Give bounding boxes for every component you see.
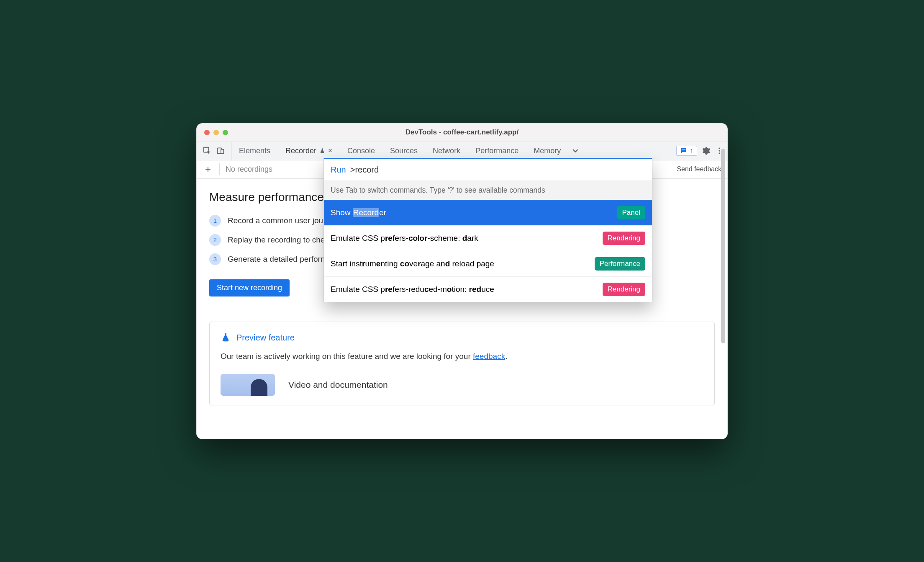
svg-rect-3	[682, 150, 685, 150]
feedback-link[interactable]: feedback	[473, 352, 505, 361]
command-item-3[interactable]: Emulate CSS prefers-reduced-motion: redu…	[324, 276, 652, 302]
preview-text-suffix: .	[505, 352, 507, 361]
tab-label: Network	[433, 147, 460, 155]
recordings-dropdown[interactable]: No recordings	[226, 165, 272, 174]
devtools-window: DevTools - coffee-cart.netlify.app/ Elem…	[196, 123, 728, 439]
tab-sources[interactable]: Sources	[382, 142, 425, 160]
tab-label: Performance	[475, 147, 518, 155]
tab-recorder[interactable]: Recorder×	[278, 142, 340, 160]
send-feedback-link[interactable]: Send feedback	[677, 165, 721, 173]
tab-label: Memory	[534, 147, 561, 155]
command-item-badge: Performance	[595, 257, 645, 271]
beaker-icon	[319, 147, 325, 154]
preview-feature-box: Preview feature Our team is actively wor…	[209, 322, 715, 406]
svg-point-6	[719, 152, 720, 154]
command-item-label: Start instrumenting coverage and reload …	[331, 259, 494, 268]
preview-title: Preview feature	[236, 331, 295, 344]
command-item-label: Emulate CSS prefers-color-scheme: dark	[331, 234, 478, 243]
tab-console[interactable]: Console	[340, 142, 382, 160]
tab-label: Recorder	[285, 147, 316, 155]
flask-icon	[221, 332, 231, 343]
command-item-2[interactable]: Start instrumenting coverage and reload …	[324, 251, 652, 276]
step-number: 3	[209, 253, 221, 265]
tab-performance[interactable]: Performance	[468, 142, 526, 160]
settings-icon[interactable]	[701, 146, 711, 155]
chat-icon	[680, 147, 688, 155]
step-number: 1	[209, 215, 221, 227]
video-title: Video and documentation	[288, 378, 388, 392]
titlebar: DevTools - coffee-cart.netlify.app/	[197, 124, 727, 142]
step-number: 2	[209, 234, 221, 246]
window-title: DevTools - coffee-cart.netlify.app/	[197, 128, 727, 137]
preview-body: Our team is actively working on this fea…	[221, 351, 703, 363]
issues-count: 1	[690, 147, 693, 155]
divider	[219, 163, 220, 175]
inspect-icon[interactable]	[203, 146, 212, 155]
scrollbar-thumb[interactable]	[721, 149, 725, 344]
svg-rect-2	[221, 150, 224, 154]
command-item-0[interactable]: Show RecorderPanel	[324, 200, 652, 225]
video-thumbnail[interactable]	[221, 374, 275, 396]
command-hint: Use Tab to switch commands. Type '?' to …	[324, 180, 652, 200]
devtools-tabstrip: ElementsRecorder×ConsoleSourcesNetworkPe…	[197, 142, 727, 160]
more-tabs-icon[interactable]	[571, 146, 580, 155]
command-item-label: Emulate CSS prefers-reduced-motion: redu…	[331, 285, 494, 294]
tab-memory[interactable]: Memory	[526, 142, 568, 160]
command-item-badge: Panel	[617, 206, 645, 219]
command-item-label: Show Recorder	[331, 208, 386, 217]
scrollbar[interactable]	[721, 149, 726, 436]
preview-text: Our team is actively working on this fea…	[221, 352, 473, 361]
device-toggle-icon[interactable]	[216, 146, 225, 155]
command-menu: Run >record Use Tab to switch commands. …	[323, 158, 652, 302]
tab-label: Console	[347, 147, 375, 155]
tab-network[interactable]: Network	[425, 142, 468, 160]
svg-point-4	[719, 148, 720, 149]
command-item-badge: Rendering	[603, 283, 645, 296]
start-recording-button[interactable]: Start new recording	[209, 279, 290, 296]
tab-label: Elements	[239, 147, 270, 155]
close-tab-icon[interactable]: ×	[328, 147, 332, 155]
command-run-label: Run	[331, 165, 346, 175]
issues-badge[interactable]: 1	[676, 146, 697, 156]
command-item-1[interactable]: Emulate CSS prefers-color-scheme: darkRe…	[324, 225, 652, 251]
command-input[interactable]: >record	[350, 165, 379, 175]
command-item-badge: Rendering	[603, 232, 645, 245]
tab-label: Sources	[390, 147, 418, 155]
tab-elements[interactable]: Elements	[231, 142, 278, 160]
new-recording-button[interactable]: +	[203, 164, 213, 175]
svg-point-5	[719, 150, 720, 151]
